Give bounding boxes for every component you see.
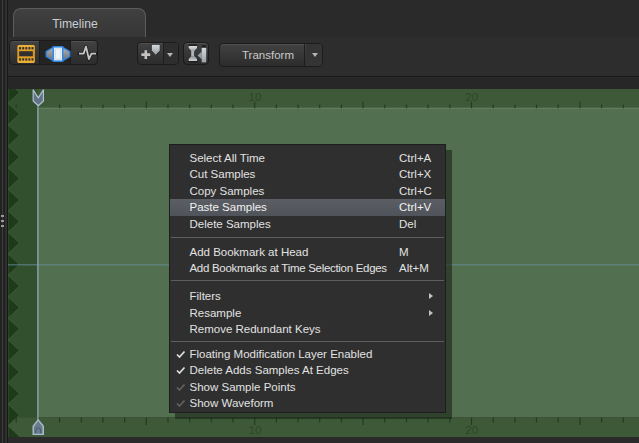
svg-text:10: 10 — [249, 424, 262, 436]
svg-text:20: 20 — [465, 91, 478, 103]
svg-text:10: 10 — [249, 91, 262, 103]
svg-text:20: 20 — [465, 424, 478, 436]
